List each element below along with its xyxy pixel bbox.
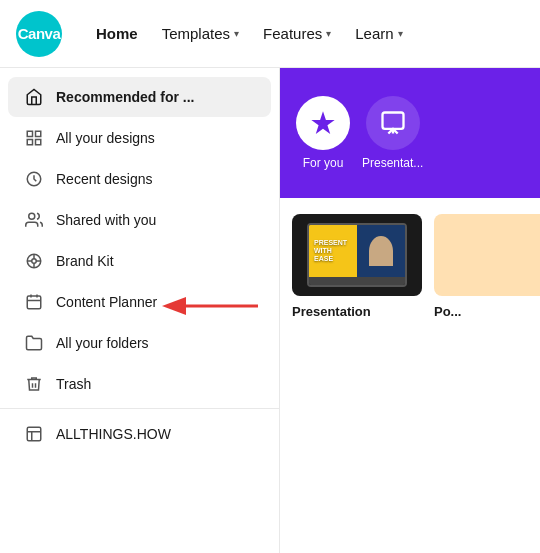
home-icon [24, 87, 44, 107]
sidebar-item-trash[interactable]: Trash [8, 364, 271, 404]
screen-text: PRESENT WITH EASE [311, 236, 355, 265]
main-content: For you Presentat... [280, 68, 540, 553]
for-you-icon-circle [296, 96, 350, 150]
trash-icon [24, 374, 44, 394]
sidebar-item-folders[interactable]: All your folders [8, 323, 271, 363]
screen-person [357, 225, 405, 277]
card-po-thumb [434, 214, 540, 296]
svg-rect-16 [27, 427, 41, 441]
card-presentation-thumb: PRESENT WITH EASE [292, 214, 422, 296]
card-presentation-label: Presentation [292, 304, 371, 319]
sidebar-label-recommended: Recommended for ... [56, 89, 194, 105]
card-presentation[interactable]: PRESENT WITH EASE P [292, 214, 422, 320]
sidebar-label-content-planner: Content Planner [56, 294, 157, 310]
sidebar-item-shared[interactable]: Shared with you [8, 200, 271, 240]
calendar-icon [24, 292, 44, 312]
folder-icon [24, 333, 44, 353]
banner-for-you-card[interactable]: For you [296, 96, 350, 170]
sidebar-item-brand-kit[interactable]: Brand Kit [8, 241, 271, 281]
canva-logo[interactable]: Canva [16, 11, 62, 57]
sidebar-label-recent: Recent designs [56, 171, 153, 187]
sidebar-label-allthings: ALLTHINGS.HOW [56, 426, 171, 442]
main-nav: Home Templates ▾ Features ▾ Learn ▾ [86, 19, 413, 48]
svg-rect-2 [27, 140, 32, 145]
sidebar-item-recent[interactable]: Recent designs [8, 159, 271, 199]
main-layout: Recommended for ... All your designs Rec… [0, 68, 540, 553]
content-cards-row: PRESENT WITH EASE P [280, 198, 540, 336]
brand-kit-icon [24, 251, 44, 271]
sidebar-label-brand-kit: Brand Kit [56, 253, 114, 269]
svg-rect-1 [36, 131, 41, 136]
grid-icon [24, 128, 44, 148]
svg-rect-0 [27, 131, 32, 136]
for-you-label: For you [303, 156, 344, 170]
clock-icon [24, 169, 44, 189]
sidebar-item-recommended[interactable]: Recommended for ... [8, 77, 271, 117]
card-po[interactable]: Po... [434, 214, 540, 320]
svg-rect-3 [36, 140, 41, 145]
presentation-icon-circle [366, 96, 420, 150]
screen-blue-half [357, 225, 405, 277]
presentation-label: Presentat... [362, 156, 423, 170]
workspace-icon [24, 424, 44, 444]
feature-banner: For you Presentat... [280, 68, 540, 198]
nav-home[interactable]: Home [86, 19, 148, 48]
sidebar-label-all-designs: All your designs [56, 130, 155, 146]
app-header: Canva Home Templates ▾ Features ▾ Learn … [0, 0, 540, 68]
laptop-screen: PRESENT WITH EASE [309, 225, 405, 277]
presentation-thumbnail: PRESENT WITH EASE [292, 214, 422, 296]
sidebar-label-shared: Shared with you [56, 212, 156, 228]
banner-presentation-card[interactable]: Presentat... [362, 96, 423, 170]
learn-chevron-icon: ▾ [398, 28, 403, 39]
laptop-frame: PRESENT WITH EASE [307, 223, 407, 287]
sidebar-item-all-designs[interactable]: All your designs [8, 118, 271, 158]
nav-learn[interactable]: Learn ▾ [345, 19, 412, 48]
card-po-label: Po... [434, 304, 461, 319]
sidebar-label-trash: Trash [56, 376, 91, 392]
nav-features[interactable]: Features ▾ [253, 19, 341, 48]
people-icon [24, 210, 44, 230]
sidebar-bottom-section: ALLTHINGS.HOW [0, 408, 279, 454]
svg-point-5 [29, 213, 35, 219]
svg-rect-12 [27, 296, 41, 309]
features-chevron-icon: ▾ [326, 28, 331, 39]
laptop-base [309, 277, 405, 285]
sidebar-item-content-planner[interactable]: Content Planner [8, 282, 271, 322]
screen-yellow-half: PRESENT WITH EASE [309, 225, 357, 277]
person-silhouette [369, 236, 393, 266]
logo-text: Canva [18, 25, 61, 42]
svg-rect-19 [382, 113, 403, 129]
templates-chevron-icon: ▾ [234, 28, 239, 39]
svg-point-6 [32, 259, 37, 264]
sidebar: Recommended for ... All your designs Rec… [0, 68, 280, 553]
sidebar-label-folders: All your folders [56, 335, 149, 351]
sidebar-item-allthings[interactable]: ALLTHINGS.HOW [8, 414, 271, 454]
nav-templates[interactable]: Templates ▾ [152, 19, 249, 48]
